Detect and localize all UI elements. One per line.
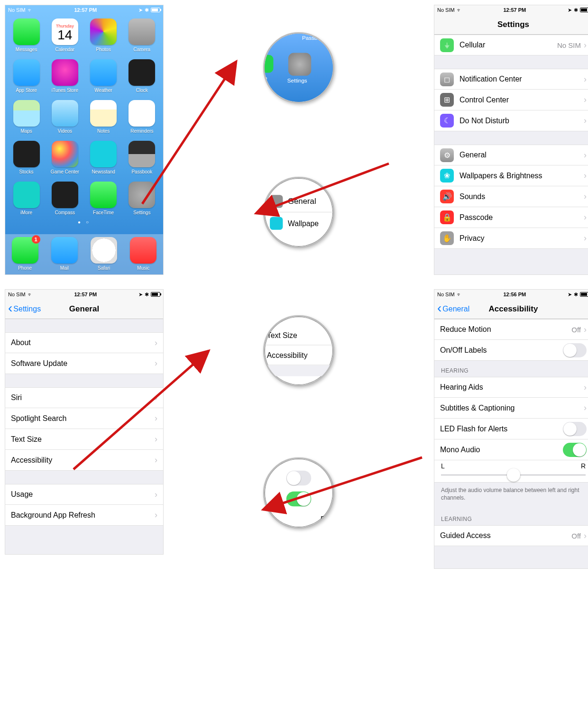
status-bar: No SIMᯤ 12:56 PM ➤✱ <box>434 290 588 299</box>
app-photos[interactable]: Photos <box>86 18 121 55</box>
row-cellular[interactable]: ⏚ Cellular No SIM › <box>434 35 588 55</box>
chevron-right-icon: › <box>155 393 157 403</box>
row-reduce-motion[interactable]: Reduce Motion Off › <box>434 319 588 340</box>
general-list[interactable]: About› Software Update› Siri› Spotlight … <box>5 319 163 554</box>
app-calendar[interactable]: Thursday14Calendar <box>47 18 82 55</box>
row-sounds[interactable]: 🔊 Sounds › <box>434 186 588 207</box>
row-about[interactable]: About› <box>5 332 163 353</box>
row-spotlight[interactable]: Spotlight Search› <box>5 408 163 429</box>
accessibility-screen: No SIMᯤ 12:56 PM ➤✱ General Accessibilit… <box>434 289 588 569</box>
row-onoff-labels[interactable]: On/Off Labels <box>434 340 588 361</box>
toggle-mono-audio[interactable] <box>563 443 587 457</box>
chevron-right-icon: › <box>584 171 587 181</box>
balance-caption: Adjust the audio volume balance between … <box>434 483 588 509</box>
app-itunes[interactable]: iTunes Store <box>47 59 82 96</box>
balance-slider[interactable] <box>441 475 586 475</box>
chevron-right-icon: › <box>155 490 157 500</box>
app-imore[interactable]: iMore <box>9 182 44 219</box>
row-label: Usage <box>11 490 155 499</box>
dock-music[interactable]: Music <box>130 237 156 271</box>
row-usage[interactable]: Usage› <box>5 484 163 505</box>
navbar: Settings General <box>5 299 163 319</box>
chevron-right-icon: › <box>155 358 157 368</box>
chevron-right-icon: › <box>584 383 587 393</box>
battery-icon <box>580 8 588 12</box>
chevron-right-icon: › <box>584 531 587 541</box>
row-text-size[interactable]: Text Size› <box>5 429 163 450</box>
toggle-off-preview <box>286 471 312 486</box>
row-label: Reduce Motion <box>440 325 571 334</box>
battery-icon <box>580 292 588 297</box>
row-wallpapers[interactable]: ❀ Wallpapers & Brightness › <box>434 165 588 186</box>
clock-label: 12:57 PM <box>74 7 97 13</box>
row-notification-center[interactable]: ◻ Notification Center › <box>434 69 588 90</box>
toggle-onoff-labels[interactable] <box>563 343 587 357</box>
row-siri[interactable]: Siri› <box>5 387 163 408</box>
app-notes[interactable]: Notes <box>86 100 121 137</box>
navbar: Settings <box>434 15 588 35</box>
row-subtitles[interactable]: Subtitles & Captioning› <box>434 398 588 419</box>
row-dnd[interactable]: ☾ Do Not Disturb › <box>434 110 588 131</box>
hand-icon: ✋ <box>440 231 454 245</box>
chevron-right-icon: › <box>584 403 587 413</box>
app-grid: Messages Thursday14Calendar Photos Camer… <box>5 15 163 219</box>
dock-mail[interactable]: Mail <box>51 237 78 271</box>
speaker-icon: 🔊 <box>440 190 454 203</box>
dock-phone[interactable]: 1Phone <box>12 237 38 271</box>
app-maps[interactable]: Maps <box>9 100 44 137</box>
row-led-flash[interactable]: LED Flash for Alerts <box>434 419 588 439</box>
app-reminders[interactable]: Reminders <box>125 100 159 137</box>
lens-general-row: General Wallpape <box>263 177 334 248</box>
row-general[interactable]: ⚙ General › <box>434 145 588 165</box>
clock-label: 12:57 PM <box>503 7 526 13</box>
balance-right-label: R <box>581 462 586 470</box>
gear-icon: ⚙ <box>440 148 454 162</box>
app-clock[interactable]: Clock <box>125 59 159 96</box>
accessibility-list[interactable]: Reduce Motion Off › On/Off Labels HEARIN… <box>434 319 588 568</box>
row-label: Accessibility <box>11 456 155 465</box>
row-label: Privacy <box>459 234 584 243</box>
app-appstore[interactable]: App Store <box>9 59 44 96</box>
row-mono-audio[interactable]: Mono Audio <box>434 439 588 460</box>
chevron-right-icon: › <box>584 116 587 126</box>
dock-safari[interactable]: Safari <box>91 237 117 271</box>
app-messages[interactable]: Messages <box>9 18 44 55</box>
app-settings[interactable]: Settings <box>125 182 159 219</box>
row-software-update[interactable]: Software Update› <box>5 353 163 374</box>
row-passcode[interactable]: 🔒 Passcode › <box>434 207 588 228</box>
settings-list[interactable]: ⏚ Cellular No SIM › ◻ Notification Cente… <box>434 35 588 274</box>
chevron-right-icon: › <box>584 233 587 243</box>
wifi-icon: ᯤ <box>28 7 33 13</box>
app-newsstand[interactable]: Newsstand <box>86 141 121 178</box>
wifi-icon: ᯤ <box>457 292 462 297</box>
app-facetime[interactable]: FaceTime <box>86 182 121 219</box>
chevron-right-icon: › <box>155 510 157 520</box>
app-gamecenter[interactable]: Game Center <box>47 141 82 178</box>
back-button[interactable]: Settings <box>5 305 41 313</box>
location-icon: ➤ <box>568 292 572 298</box>
phone-badge: 1 <box>32 235 40 244</box>
bluetooth-icon: ✱ <box>574 292 578 298</box>
row-guided-access[interactable]: Guided Access Off › <box>434 525 588 546</box>
row-bg-refresh[interactable]: Background App Refresh› <box>5 505 163 526</box>
app-weather[interactable]: Weather <box>86 59 121 96</box>
app-camera[interactable]: Camera <box>125 18 159 55</box>
app-compass[interactable]: Compass <box>47 182 82 219</box>
row-accessibility[interactable]: Accessibility› <box>5 450 163 471</box>
row-hearing-aids[interactable]: Hearing Aids› <box>434 377 588 398</box>
settings-root-screen: No SIMᯤ 12:57 PM ➤✱ Settings ⏚ Cellular … <box>434 5 588 275</box>
row-privacy[interactable]: ✋ Privacy › <box>434 228 588 249</box>
chevron-right-icon: › <box>584 325 587 335</box>
row-label: Sounds <box>459 192 584 201</box>
page-title: Settings <box>434 20 588 29</box>
location-icon: ➤ <box>138 292 143 298</box>
back-button[interactable]: General <box>434 305 469 313</box>
toggle-led-flash[interactable] <box>563 422 587 436</box>
row-control-center[interactable]: ⊞ Control Center › <box>434 90 588 110</box>
app-videos[interactable]: Videos <box>47 100 82 137</box>
app-passbook[interactable]: Passbook <box>125 141 159 178</box>
page-dots[interactable]: ● ○ <box>5 219 163 225</box>
detail-lenses-bottom: Text Size Accessibility R <box>228 289 370 555</box>
app-stocks[interactable]: Stocks <box>9 141 44 178</box>
bluetooth-icon: ✱ <box>145 7 149 13</box>
